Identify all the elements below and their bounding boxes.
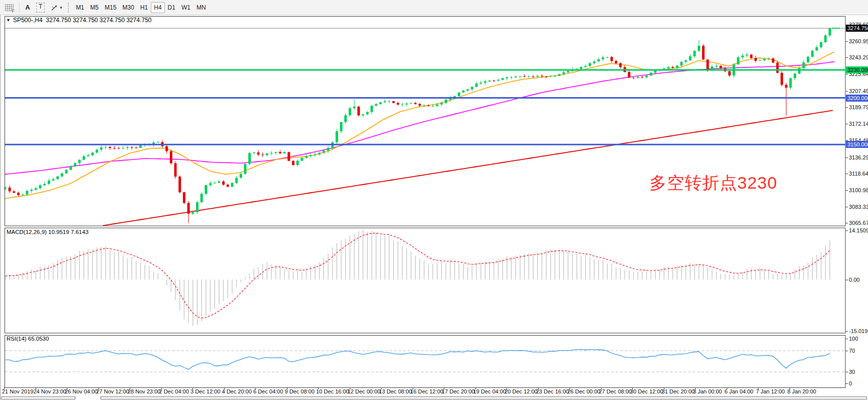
- chart-title-text: SP500-,H4 3274.750 3274.750 3274.750 327…: [13, 17, 152, 24]
- toolbar-separator: [19, 3, 20, 13]
- time-axis-label: 27 Dec 08:00: [599, 388, 632, 394]
- symbol-dropdown-icon[interactable]: ▼: [6, 18, 11, 23]
- tab-timeframe-M30[interactable]: M30: [120, 2, 137, 13]
- line-tools-icon: [51, 4, 59, 12]
- time-axis-label: 13 Dec 08:00: [379, 388, 412, 394]
- time-axis-label: 21 Nov 2019: [2, 388, 33, 394]
- toolbar-grip[interactable]: [68, 3, 70, 13]
- tab-timeframe-D1[interactable]: D1: [165, 2, 178, 13]
- time-axis-label: 9 Dec 08:00: [285, 388, 315, 394]
- text-box-button[interactable]: T: [33, 2, 48, 13]
- grid-f-label: F: [12, 9, 15, 14]
- text-label-button[interactable]: A: [22, 2, 33, 13]
- macd-panel-canvas[interactable]: [0, 227, 868, 335]
- time-axis-label: 24 Nov 23:00: [34, 388, 66, 394]
- time-axis-label: 26 Nov 04:00: [65, 388, 98, 394]
- tab-timeframe-M1[interactable]: M1: [73, 2, 87, 13]
- main-chart-canvas[interactable]: [0, 15, 868, 227]
- time-axis-label: 7 Jan 12:00: [756, 388, 785, 394]
- time-axis-label: 23 Dec 16:00: [536, 388, 569, 394]
- time-axis-label: 30 Dec 12:00: [630, 388, 663, 394]
- time-axis-label: 26 Dec 00:00: [567, 388, 600, 394]
- time-axis-label: 2 Dec 04:00: [159, 388, 189, 394]
- macd-panel-border: [5, 228, 846, 333]
- time-axis[interactable]: 21 Nov 201924 Nov 23:0026 Nov 04:0027 No…: [0, 388, 868, 396]
- tab-timeframe-MN[interactable]: MN: [194, 2, 209, 13]
- scrollbar-left-segment[interactable]: [1, 396, 75, 399]
- rsi-indicator-label: RSI(14) 65.0530: [7, 336, 49, 342]
- time-axis-label: 6 Dec 04:00: [253, 388, 283, 394]
- timeframe-buttons: M1M5M15M30H1H4D1W1MN: [73, 2, 209, 13]
- tab-timeframe-M15[interactable]: M15: [102, 2, 119, 13]
- time-axis-label: 10 Dec 16:00: [316, 388, 349, 394]
- tab-timeframe-M5[interactable]: M5: [87, 2, 102, 13]
- rsi-panel-canvas[interactable]: [0, 335, 868, 388]
- grid-icon: F: [5, 4, 14, 11]
- time-axis-label: 20 Dec 12:00: [505, 388, 537, 394]
- time-axis-label: 3 Jan 00:00: [693, 388, 722, 394]
- text-box-icon: T: [36, 3, 45, 13]
- time-axis-label: 19 Dec 04:00: [473, 388, 506, 394]
- time-axis-label: 6 Jan 04:00: [725, 388, 754, 394]
- tab-timeframe-H1[interactable]: H1: [137, 2, 151, 13]
- rsi-panel-border: [5, 336, 846, 388]
- line-studies-button[interactable]: ▾: [48, 2, 65, 13]
- trading-terminal: F A T ▾ M1M5M15M30H1H4D1W1MN ▼SP500-,H4 …: [0, 0, 868, 400]
- time-axis-label: 16 Dec 12:00: [411, 388, 443, 394]
- grid-toggle-button[interactable]: F: [2, 2, 17, 13]
- time-axis-label: 31 Dec 20:00: [662, 388, 695, 394]
- time-axis-label: 27 Nov 12:00: [97, 388, 129, 394]
- toolbar: F A T ▾ M1M5M15M30H1H4D1W1MN: [0, 0, 868, 15]
- time-axis-label: 8 Jan 20:00: [788, 388, 817, 394]
- macd-indicator-label: MACD(12,26,9) 10.9519 7.6143: [7, 229, 88, 235]
- time-axis-label: 4 Dec 20:00: [222, 388, 252, 394]
- time-axis-label: 12 Dec 00:00: [348, 388, 380, 394]
- scrollbar-thumb[interactable]: [101, 396, 867, 399]
- annotation-text: 多空转折点3230: [649, 172, 778, 195]
- time-axis-label: 3 Dec 12:00: [190, 388, 220, 394]
- chevron-down-icon: ▾: [60, 5, 62, 10]
- time-axis-label: 28 Nov 23:00: [128, 388, 160, 394]
- tab-timeframe-H4[interactable]: H4: [151, 2, 164, 13]
- chart-title[interactable]: ▼SP500-,H4 3274.750 3274.750 3274.750 32…: [6, 17, 152, 24]
- tab-timeframe-W1[interactable]: W1: [178, 2, 194, 13]
- time-axis-label: 17 Dec 20:00: [442, 388, 474, 394]
